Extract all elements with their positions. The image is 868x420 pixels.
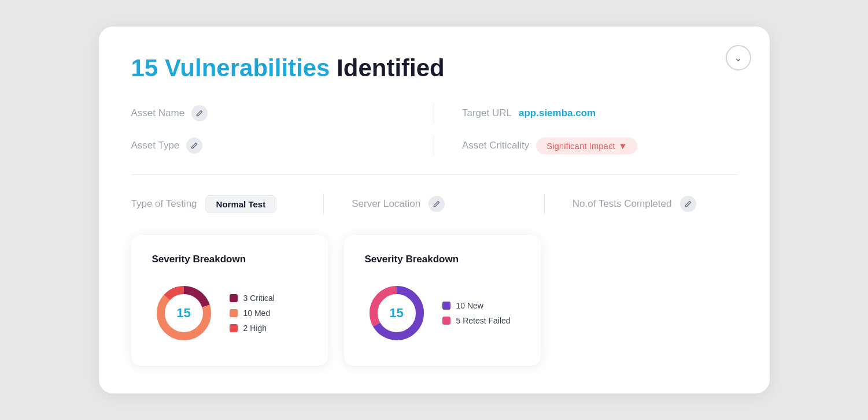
collapse-button[interactable]: ⌄ xyxy=(726,45,751,70)
legend-item: 5 Retest Failed xyxy=(442,316,511,325)
legend-item: 2 High xyxy=(230,324,275,333)
legend-dot-high xyxy=(230,324,238,332)
asset-criticality-cell: Asset Criticality Significant Impact ▼ xyxy=(462,137,737,154)
legend-item: 3 Critical xyxy=(230,293,275,303)
page-title: 15 Vulnerabilities Identified xyxy=(131,54,737,82)
chart1-donut: 15 xyxy=(152,281,216,345)
server-location-edit-icon[interactable] xyxy=(429,196,445,212)
asset-type-label: Asset Type xyxy=(131,140,180,151)
type-of-testing-cell: Type of Testing Normal Test xyxy=(131,195,296,213)
tests-completed-edit-icon[interactable] xyxy=(680,196,696,212)
chart1-title: Severity Breakdown xyxy=(152,254,307,265)
asset-name-row: Asset Name Target URL app.siemba.com xyxy=(131,103,737,124)
server-location-label: Server Location xyxy=(352,198,420,210)
vuln-count: 15 Vulnerabilities xyxy=(131,54,330,81)
legend-item: 10 New xyxy=(442,301,511,310)
legend-dot-critical xyxy=(230,294,238,302)
legend-label-med: 10 Med xyxy=(243,309,271,318)
legend-label-critical: 3 Critical xyxy=(243,293,275,303)
testing-divider2 xyxy=(544,194,545,214)
chart2-legend: 10 New 5 Retest Failed xyxy=(442,301,511,325)
chart2-content: 15 10 New 5 Retest Failed xyxy=(365,281,520,345)
chart1-content: 15 3 Critical 10 Med 2 High xyxy=(152,281,307,345)
section-divider xyxy=(131,174,737,175)
target-url-label: Target URL xyxy=(462,107,512,119)
severity-chart-2: Severity Breakdown 15 xyxy=(344,235,541,366)
legend-label-new: 10 New xyxy=(456,301,483,310)
criticality-value: Significant Impact xyxy=(546,141,615,151)
legend-item: 10 Med xyxy=(230,309,275,318)
row2-divider xyxy=(434,135,434,156)
target-url-value[interactable]: app.siemba.com xyxy=(519,107,596,119)
testing-divider1 xyxy=(323,194,324,214)
chevron-down-icon: ⌄ xyxy=(734,51,743,64)
test-type-value: Normal Test xyxy=(216,199,266,209)
criticality-dropdown-icon: ▼ xyxy=(619,141,627,151)
asset-name-cell: Asset Name xyxy=(131,105,407,121)
chart2-donut: 15 xyxy=(365,281,429,345)
charts-row: Severity Breakdown 15 xyxy=(131,235,737,366)
tests-completed-label: No.of Tests Completed xyxy=(572,198,672,210)
chart1-legend: 3 Critical 10 Med 2 High xyxy=(230,293,275,333)
asset-type-row: Asset Type Asset Criticality Significant… xyxy=(131,135,737,156)
title-rest: Identified xyxy=(337,54,445,81)
server-location-cell: Server Location xyxy=(352,196,516,212)
legend-label-high: 2 High xyxy=(243,324,267,333)
legend-dot-retest xyxy=(442,317,450,325)
row1-divider xyxy=(434,103,434,124)
main-card: ⌄ 15 Vulnerabilities Identified Asset Na… xyxy=(99,27,770,393)
legend-dot-med xyxy=(230,309,238,317)
asset-name-edit-icon[interactable] xyxy=(191,105,208,121)
asset-type-cell: Asset Type xyxy=(131,137,407,154)
legend-dot-new xyxy=(442,302,450,310)
asset-criticality-label: Asset Criticality xyxy=(462,140,529,151)
criticality-badge[interactable]: Significant Impact ▼ xyxy=(536,137,637,154)
legend-label-retest: 5 Retest Failed xyxy=(456,316,511,325)
target-url-cell: Target URL app.siemba.com xyxy=(462,107,737,119)
type-of-testing-label: Type of Testing xyxy=(131,198,197,210)
testing-row: Type of Testing Normal Test Server Locat… xyxy=(131,194,737,214)
severity-chart-1: Severity Breakdown 15 xyxy=(131,235,328,366)
chart1-center-value: 15 xyxy=(176,306,190,321)
test-type-badge: Normal Test xyxy=(205,195,277,213)
chart2-title: Severity Breakdown xyxy=(365,254,520,265)
chart2-center-value: 15 xyxy=(389,306,403,321)
asset-name-label: Asset Name xyxy=(131,107,185,119)
asset-type-edit-icon[interactable] xyxy=(186,137,202,154)
tests-completed-cell: No.of Tests Completed xyxy=(572,196,737,212)
